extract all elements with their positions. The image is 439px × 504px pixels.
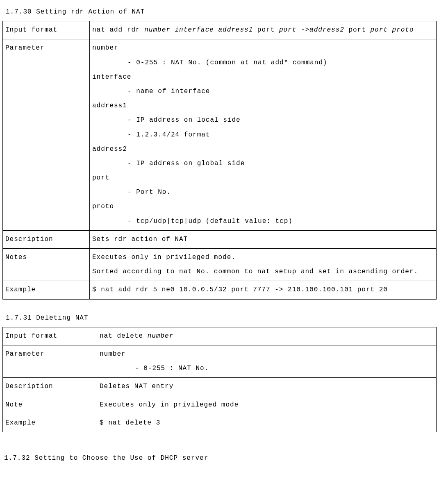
table-row: Example $ nat add rdr 5 ne0 10.0.0.5/32 … <box>3 281 437 299</box>
section-heading-1-7-32: 1.7.32 Setting to Choose the Use of DHCP… <box>4 451 437 465</box>
text: port <box>344 26 371 34</box>
value-note: Executes only in privileged mode <box>97 396 437 414</box>
value-example: $ nat add rdr 5 ne0 10.0.0.5/32 port 777… <box>90 281 437 299</box>
text-italic: port <box>279 26 296 34</box>
table-1-7-30: Input format nat add rdr number interfac… <box>2 21 437 299</box>
text-italic: number <box>148 332 174 340</box>
label-example: Example <box>3 281 90 299</box>
table-row: Notes Executes only in privileged mode. … <box>3 249 437 281</box>
label-parameter: Parameter <box>3 39 90 230</box>
text: Executes only in privileged mode. <box>92 250 434 265</box>
value-example: $ nat delete 3 <box>97 414 437 432</box>
param-name: number <box>100 347 434 361</box>
table-row: Note Executes only in privileged mode <box>3 396 437 414</box>
param-name: address2 <box>92 142 434 157</box>
param-detail: - 0-255 : NAT No. <box>100 361 434 376</box>
text: nat delete <box>100 332 148 340</box>
param-detail: - 0-255 : NAT No. (common at nat add* co… <box>92 56 434 70</box>
param-detail: - IP address on global side <box>92 157 434 171</box>
label-description: Description <box>3 378 97 396</box>
text-italic: address2 <box>309 26 344 34</box>
text: nat add rdr <box>92 26 144 34</box>
table-row: Input format nat add rdr number interfac… <box>3 21 437 39</box>
label-description: Description <box>3 230 90 248</box>
value-description: Sets rdr action of NAT <box>90 230 437 248</box>
param-detail: - IP address on local side <box>92 113 434 127</box>
label-example: Example <box>3 414 97 432</box>
label-input-format: Input format <box>3 327 97 345</box>
table-row: Example $ nat delete 3 <box>3 414 437 432</box>
value-description: Deletes NAT entry <box>97 378 437 396</box>
value-parameter: number - 0-255 : NAT No. (common at nat … <box>90 39 437 230</box>
value-input-format: nat add rdr number interface address1 po… <box>90 21 437 39</box>
table-row: Parameter number - 0-255 : NAT No. (comm… <box>3 39 437 230</box>
section-heading-1-7-31: 1.7.31 Deleting NAT <box>6 311 437 325</box>
table-row: Parameter number - 0-255 : NAT No. <box>3 345 437 377</box>
text: port <box>253 26 279 34</box>
table-row: Description Sets rdr action of NAT <box>3 230 437 248</box>
table-row: Description Deletes NAT entry <box>3 378 437 396</box>
param-detail: - 1.2.3.4/24 format <box>92 128 434 142</box>
text-italic: port proto <box>371 26 414 34</box>
label-parameter: Parameter <box>3 345 97 377</box>
text-italic: number interface address1 <box>144 26 253 34</box>
text: Sorted according to nat No. common to na… <box>92 265 434 279</box>
section-heading-1-7-30: 1.7.30 Setting rdr Action of NAT <box>6 5 437 19</box>
value-notes: Executes only in privileged mode. Sorted… <box>90 249 437 281</box>
param-detail: - tcp/udp|tcp|udp (default value: tcp) <box>92 214 434 229</box>
table-1-7-31: Input format nat delete number Parameter… <box>2 327 437 432</box>
param-detail: - Port No. <box>92 185 434 200</box>
param-name: number <box>92 41 434 55</box>
table-row: Input format nat delete number <box>3 327 437 345</box>
label-note: Note <box>3 396 97 414</box>
text: -> <box>296 26 309 34</box>
param-name: port <box>92 171 434 185</box>
label-notes: Notes <box>3 249 90 281</box>
value-parameter: number - 0-255 : NAT No. <box>97 345 437 377</box>
param-name: proto <box>92 200 434 214</box>
param-name: interface <box>92 70 434 84</box>
param-detail: - name of interface <box>92 84 434 99</box>
value-input-format: nat delete number <box>97 327 437 345</box>
label-input-format: Input format <box>3 21 90 39</box>
param-name: address1 <box>92 99 434 113</box>
